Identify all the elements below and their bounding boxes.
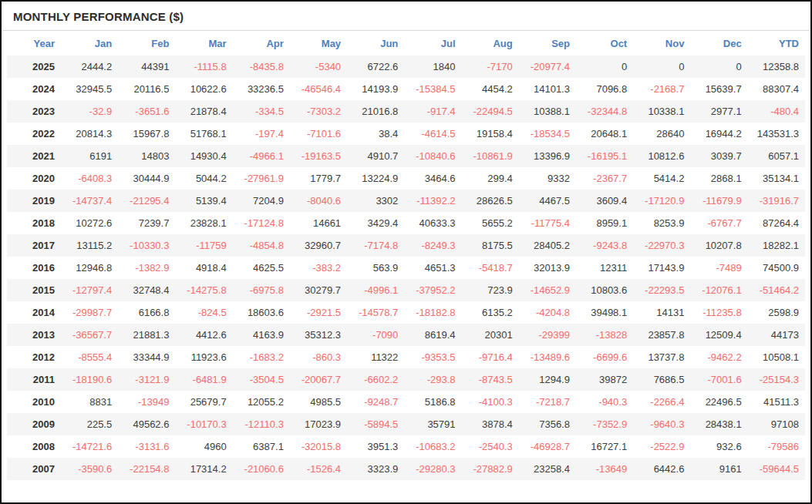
value-cell: -8040.6 (290, 190, 347, 212)
column-header-sep: Sep (519, 31, 576, 55)
column-header-mar: Mar (175, 31, 232, 55)
value-cell: 51768.1 (175, 123, 232, 145)
value-cell: -11775.4 (519, 212, 576, 234)
value-cell: 18603.6 (233, 301, 290, 324)
value-cell: 97108 (748, 413, 805, 435)
value-cell: 3951.3 (347, 435, 404, 458)
value-cell: 3464.6 (404, 167, 461, 190)
value-cell: 13224.9 (347, 167, 404, 190)
year-cell: 2022 (7, 123, 61, 145)
monthly-performance-table: YearJanFebMarAprMayJunJulAugSepOctNovDec… (7, 31, 805, 480)
value-cell: 723.9 (462, 279, 519, 301)
value-cell: -21295.4 (118, 190, 175, 212)
value-cell: -14275.8 (175, 279, 232, 301)
column-header-oct: Oct (576, 31, 633, 55)
value-cell: -79586 (748, 435, 805, 458)
value-cell: 4467.5 (519, 190, 576, 212)
value-cell: 35312.3 (290, 324, 347, 346)
value-cell: -3121.9 (118, 368, 175, 391)
value-cell: 22496.5 (690, 391, 747, 413)
value-cell: 11923.6 (175, 346, 232, 368)
value-cell: 3609.4 (576, 190, 633, 212)
value-cell: 11322 (347, 346, 404, 368)
value-cell: 20814.3 (61, 123, 118, 145)
column-header-apr: Apr (233, 31, 290, 55)
value-cell: 10812.6 (633, 145, 690, 167)
value-cell: 15639.7 (690, 78, 747, 100)
value-cell: 2444.2 (61, 55, 118, 78)
value-cell: 5655.2 (462, 212, 519, 234)
year-cell: 2025 (7, 55, 61, 78)
column-header-aug: Aug (462, 31, 519, 55)
value-cell: 2598.9 (748, 301, 805, 324)
value-cell: 32960.7 (290, 234, 347, 257)
table-header-row: YearJanFebMarAprMayJunJulAugSepOctNovDec… (7, 31, 805, 55)
value-cell: -334.5 (233, 100, 290, 123)
value-cell: 17143.9 (633, 257, 690, 279)
value-cell: 14131 (633, 301, 690, 324)
value-cell: 1840 (404, 55, 461, 78)
value-cell: -8555.4 (61, 346, 118, 368)
value-cell: -7001.6 (690, 368, 747, 391)
value-cell: -1526.4 (290, 458, 347, 480)
value-cell: -11392.2 (404, 190, 461, 212)
value-cell: 8831 (61, 391, 118, 413)
value-cell: 41511.3 (748, 391, 805, 413)
value-cell: -12076.1 (690, 279, 747, 301)
value-cell: -14721.6 (61, 435, 118, 458)
value-cell: -1115.8 (175, 55, 232, 78)
value-cell: 12311 (576, 257, 633, 279)
value-cell: -12797.4 (61, 279, 118, 301)
value-cell: -18190.6 (61, 368, 118, 391)
value-cell: 0 (633, 55, 690, 78)
value-cell: -6408.3 (61, 167, 118, 190)
value-cell: -16195.1 (576, 145, 633, 167)
value-cell: -9640.3 (633, 413, 690, 435)
value-cell: -14737.4 (61, 190, 118, 212)
table-row: 201810272.67239.723828.1-17124.814661342… (7, 212, 805, 234)
value-cell: 16944.2 (690, 123, 747, 145)
value-cell: -1382.9 (118, 257, 175, 279)
value-cell: -22494.5 (462, 100, 519, 123)
value-cell: 3039.7 (690, 145, 747, 167)
table-row: 20252444.244391-1115.8-8435.8-53406722.6… (7, 55, 805, 78)
value-cell: 932.6 (690, 435, 747, 458)
year-cell: 2016 (7, 257, 61, 279)
value-cell: 21016.8 (347, 100, 404, 123)
value-cell: 9161 (690, 458, 747, 480)
column-header-dec: Dec (690, 31, 747, 55)
value-cell: -31916.7 (748, 190, 805, 212)
value-cell: 4651.3 (404, 257, 461, 279)
value-cell: -9462.2 (690, 346, 747, 368)
year-cell: 2011 (7, 368, 61, 391)
value-cell: 4625.5 (233, 257, 290, 279)
value-cell: 88307.4 (748, 78, 805, 100)
value-cell: -3590.6 (61, 458, 118, 480)
value-cell: 10803.6 (576, 279, 633, 301)
value-cell: -5340 (290, 55, 347, 78)
table-row: 2023-32.9-3651.621878.4-334.5-7303.22101… (7, 100, 805, 123)
value-cell: 5139.4 (175, 190, 232, 212)
value-cell: -7090 (347, 324, 404, 346)
value-cell: -3504.5 (233, 368, 290, 391)
value-cell: 12358.8 (748, 55, 805, 78)
value-cell: 30444.9 (118, 167, 175, 190)
value-cell: 4412.6 (175, 324, 232, 346)
value-cell: 0 (690, 55, 747, 78)
year-cell: 2018 (7, 212, 61, 234)
value-cell: -18182.8 (404, 301, 461, 324)
value-cell: -5418.7 (462, 257, 519, 279)
year-cell: 2019 (7, 190, 61, 212)
value-cell: -4100.3 (462, 391, 519, 413)
value-cell: 6442.6 (633, 458, 690, 480)
value-cell: 3302 (347, 190, 404, 212)
value-cell: 12509.4 (690, 324, 747, 346)
value-cell: -2540.3 (462, 435, 519, 458)
value-cell: -293.8 (404, 368, 461, 391)
value-cell: -4614.5 (404, 123, 461, 145)
year-cell: 2024 (7, 78, 61, 100)
value-cell: 4163.9 (233, 324, 290, 346)
value-cell: 6722.6 (347, 55, 404, 78)
value-cell: -917.4 (404, 100, 461, 123)
value-cell: -1683.2 (233, 346, 290, 368)
